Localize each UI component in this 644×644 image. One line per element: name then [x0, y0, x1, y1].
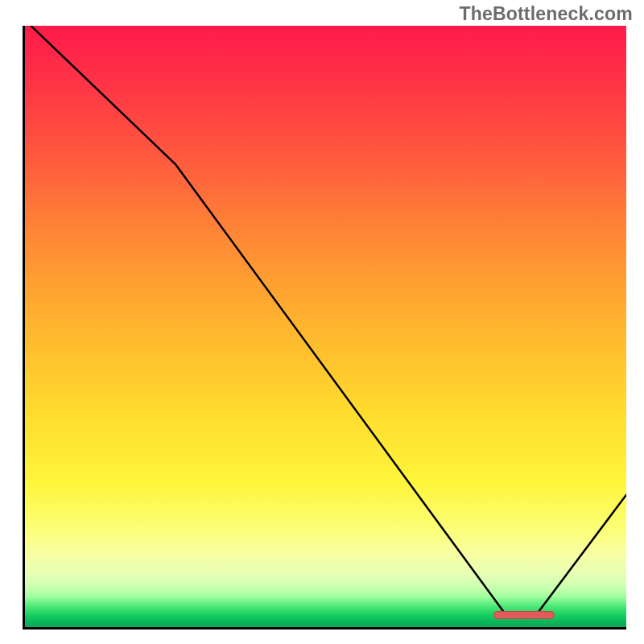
optimum-marker: [25, 26, 626, 627]
optimum-marker-rect: [494, 612, 555, 619]
watermark-text: TheBottleneck.com: [459, 3, 633, 25]
bottleneck-chart: [23, 26, 626, 630]
